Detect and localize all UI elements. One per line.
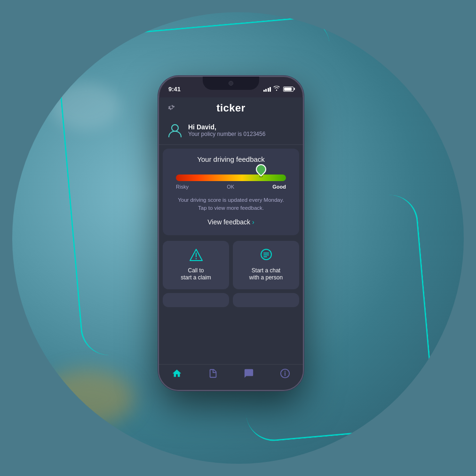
phone-frame: 9:41 (158, 76, 304, 391)
gauge-label-ok: OK (227, 184, 234, 190)
gauge-bar (176, 175, 286, 181)
phone-notch (203, 77, 259, 90)
gauge-labels: Risky OK Good (174, 184, 288, 190)
greeting-policy: Your policy number is 0123456 (188, 131, 265, 137)
partial-card-left (163, 293, 229, 307)
battery-icon (283, 87, 294, 92)
nav-item-info[interactable] (280, 368, 290, 381)
bg-decoration-2 (50, 83, 120, 130)
gauge-label-good: Good (272, 184, 286, 190)
user-avatar-icon (167, 122, 183, 139)
start-chat-card[interactable]: Start a chatwith a person (233, 241, 299, 289)
nav-item-chat[interactable] (244, 368, 254, 381)
greeting-name: Hi David, (188, 123, 265, 131)
gauge-pin (256, 164, 266, 177)
user-greeting: Hi David, Your policy number is 0123456 (159, 118, 303, 145)
svg-point-9 (285, 371, 286, 372)
status-icons (263, 86, 294, 92)
phone-camera (229, 81, 233, 86)
app-title: ticker (216, 102, 246, 114)
call-claim-label: Call tostart a claim (181, 267, 211, 282)
chat-nav-icon (244, 368, 254, 381)
feedback-section: Your driving feedback Risky OK Good (163, 149, 299, 235)
view-feedback-link[interactable]: View feedback › (170, 215, 292, 229)
gauge-label-risky: Risky (176, 184, 189, 190)
score-gauge: Risky OK Good (170, 170, 292, 191)
feedback-title: Your driving feedback (170, 155, 292, 163)
bottom-nav (159, 364, 303, 390)
nav-item-home[interactable] (172, 368, 182, 381)
nav-item-documents[interactable] (208, 368, 218, 381)
call-claim-card[interactable]: Call tostart a claim (163, 241, 229, 289)
svg-point-0 (172, 125, 178, 131)
status-time: 9:41 (168, 86, 181, 93)
greeting-text: Hi David, Your policy number is 0123456 (188, 123, 265, 137)
info-nav-icon (280, 368, 290, 381)
wifi-icon (273, 86, 280, 92)
signal-icon (263, 86, 271, 92)
svg-point-2 (195, 258, 196, 259)
chevron-right-icon: › (252, 218, 254, 226)
settings-icon[interactable] (167, 103, 176, 114)
bg-decoration-1 (40, 370, 135, 426)
pin-head (254, 162, 268, 176)
chat-bubble-icon (259, 248, 273, 263)
action-cards-grid: Call tostart a claim Start a chatwith a … (163, 241, 299, 307)
score-description: Your driving score is updated every Mond… (172, 196, 290, 213)
app-header: ticker (159, 97, 303, 118)
warning-triangle-icon (189, 248, 203, 263)
partial-card-right (233, 293, 299, 307)
document-nav-icon (208, 368, 218, 381)
home-nav-icon (172, 368, 182, 381)
screen-content: ticker Hi David, Your policy number is 0… (159, 97, 303, 390)
start-chat-label: Start a chatwith a person (249, 267, 283, 282)
scene-background: 9:41 (12, 12, 464, 464)
view-feedback-label: View feedback (207, 218, 250, 226)
